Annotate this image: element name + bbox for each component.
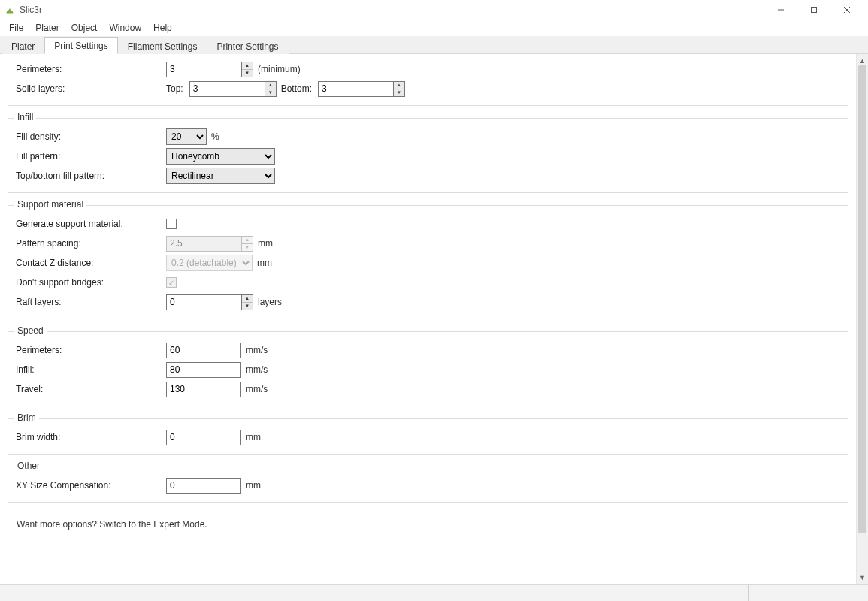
fill-density-label: Fill density: [16, 131, 166, 142]
fill-pattern-select[interactable]: Honeycomb [166, 148, 275, 165]
section-brim: Brim Brim width: mm [8, 418, 848, 455]
status-seg-2 [628, 585, 748, 601]
brim-width-unit: mm [246, 432, 261, 442]
pattern-spacing-spinner: ▲▼ [241, 236, 253, 252]
section-speed: Speed Perimeters: mm/s Infill: mm/s Trav… [8, 331, 848, 406]
speed-perimeters-input[interactable] [166, 343, 241, 358]
xy-comp-input[interactable] [166, 478, 241, 494]
window-controls [764, 0, 863, 20]
app-title: Slic3r [20, 5, 42, 15]
status-seg-3 [748, 585, 868, 601]
dont-support-bridges-label: Don't support bridges: [16, 277, 166, 288]
support-legend: Support material [14, 199, 86, 210]
speed-perimeters-label: Perimeters: [16, 345, 166, 355]
status-seg-main [0, 585, 628, 601]
speed-travel-label: Travel: [16, 384, 166, 394]
section-support: Support material Generate support materi… [8, 205, 848, 319]
scroll-track[interactable] [857, 65, 868, 574]
speed-legend: Speed [14, 325, 47, 336]
titlebar: Slic3r [0, 0, 868, 20]
xy-comp-unit: mm [246, 480, 261, 491]
app-icon [5, 5, 15, 15]
pattern-spacing-input [166, 236, 241, 252]
top-bottom-pattern-label: Top/bottom fill pattern: [16, 171, 166, 181]
other-legend: Other [14, 461, 43, 471]
solid-top-input[interactable] [189, 81, 265, 97]
scroll-up-icon[interactable]: ▲ [859, 57, 866, 65]
svg-rect-1 [812, 8, 817, 13]
tab-printer-settings[interactable]: Printer Settings [207, 38, 288, 54]
speed-infill-input[interactable] [166, 362, 241, 378]
dont-support-bridges-checkbox: ✓ [166, 277, 177, 288]
minimize-button[interactable] [764, 0, 797, 20]
settings-panel: Perimeters: ▲▼ (minimum) Solid layers: T… [0, 54, 856, 584]
pattern-spacing-unit: mm [258, 238, 273, 249]
maximize-button[interactable] [797, 0, 830, 20]
speed-infill-unit: mm/s [246, 364, 268, 375]
speed-perimeters-unit: mm/s [246, 345, 268, 355]
scroll-down-icon[interactable]: ▼ [859, 574, 866, 584]
perimeters-spinner[interactable]: ▲▼ [241, 62, 253, 77]
top-label: Top: [166, 83, 183, 94]
solid-layers-label: Solid layers: [16, 83, 166, 94]
menu-file[interactable]: File [3, 21, 29, 35]
raft-layers-input[interactable] [166, 294, 241, 310]
top-bottom-pattern-select[interactable]: Rectilinear [166, 168, 275, 184]
vertical-scrollbar[interactable]: ▲ ▼ [856, 54, 868, 584]
section-infill: Infill Fill density: 20 % Fill pattern: … [8, 118, 848, 193]
raft-layers-spinner[interactable]: ▲▼ [241, 294, 253, 310]
tab-print-settings[interactable]: Print Settings [44, 37, 117, 54]
solid-bottom-input[interactable] [318, 81, 393, 97]
generate-support-checkbox[interactable] [166, 219, 177, 229]
section-other: Other XY Size Compensation: mm [8, 467, 848, 503]
section-layers: Perimeters: ▲▼ (minimum) Solid layers: T… [8, 60, 848, 106]
tab-filament-settings[interactable]: Filament Settings [118, 38, 207, 54]
contact-z-unit: mm [257, 258, 272, 268]
brim-width-input[interactable] [166, 430, 241, 445]
speed-infill-label: Infill: [16, 364, 166, 375]
perimeters-label: Perimeters: [16, 64, 166, 74]
brim-legend: Brim [14, 412, 39, 423]
generate-support-label: Generate support material: [16, 219, 166, 229]
solid-bottom-spinner[interactable]: ▲▼ [393, 81, 405, 97]
menubar: File Plater Object Window Help [0, 20, 868, 36]
scroll-thumb[interactable] [858, 65, 866, 533]
solid-top-spinner[interactable]: ▲▼ [265, 81, 277, 97]
fill-density-unit: % [211, 131, 219, 142]
expert-mode-hint: Want more options? Switch to the Expert … [8, 515, 848, 534]
perimeters-unit: (minimum) [258, 64, 301, 74]
fill-density-select[interactable]: 20 [166, 128, 207, 145]
speed-travel-input[interactable] [166, 382, 241, 397]
fill-pattern-label: Fill pattern: [16, 151, 166, 162]
bottom-label: Bottom: [281, 83, 312, 94]
infill-legend: Infill [14, 112, 36, 122]
statusbar [0, 584, 868, 601]
contact-z-label: Contact Z distance: [16, 258, 166, 268]
speed-travel-unit: mm/s [246, 384, 268, 394]
menu-help[interactable]: Help [147, 21, 178, 35]
menu-plater[interactable]: Plater [29, 21, 65, 35]
tabbar: Plater Print Settings Filament Settings … [0, 36, 868, 54]
perimeters-input[interactable] [166, 62, 241, 77]
close-button[interactable] [830, 0, 863, 20]
brim-width-label: Brim width: [16, 432, 166, 442]
tab-plater[interactable]: Plater [2, 38, 44, 54]
menu-window[interactable]: Window [103, 21, 147, 35]
menu-object[interactable]: Object [65, 21, 104, 35]
pattern-spacing-label: Pattern spacing: [16, 238, 166, 249]
xy-comp-label: XY Size Compensation: [16, 480, 166, 491]
contact-z-select: 0.2 (detachable) [166, 255, 253, 271]
raft-layers-unit: layers [258, 297, 282, 307]
raft-layers-label: Raft layers: [16, 297, 166, 307]
